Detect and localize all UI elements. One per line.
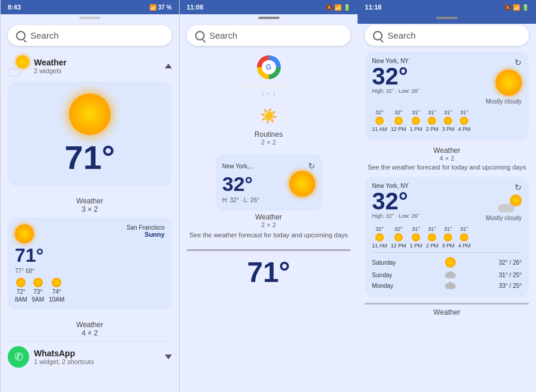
p3-fc-icon-2: [445, 282, 456, 289]
search-placeholder-2: Search: [209, 30, 238, 40]
p3-size-text-1: 4 × 2: [365, 155, 529, 162]
p3-fc-day-2: Monday: [372, 283, 402, 289]
p2-temp-row: 32°: [222, 171, 315, 197]
refresh-icon-p2: ↻: [308, 161, 315, 171]
big-temp-value: 71°: [64, 141, 115, 174]
bh-sun-4: [444, 233, 452, 242]
hour-sun-5: [460, 117, 468, 125]
small-weather-widget: 71° 77° 68° San Francisco Sunny 72° 8AM: [8, 217, 172, 310]
battery-icon-2: 🔋: [343, 4, 350, 11]
refresh-icon-p3-top: ↻: [515, 58, 522, 67]
p3-forecast-section: Saturday 32° / 26° Sunday 31°: [372, 252, 522, 291]
p3-hilo-top: High: 32° · Low: 26°: [372, 88, 419, 94]
chevron-up-icon[interactable]: [165, 64, 172, 68]
pill-handle-1: [79, 17, 101, 19]
google-assistant-label: Google Assistant: [187, 81, 351, 90]
whatsapp-section[interactable]: ✆ WhatsApp 1 widget, 2 shortcuts: [8, 341, 172, 372]
status-icons-3: 🔕 📶 🔋: [504, 4, 529, 11]
p3-widget-label-1: Weather 4 × 2 See the weather forecast f…: [365, 146, 529, 172]
time-2: 11:08: [187, 4, 203, 11]
sw-sun-icon: [15, 224, 34, 243]
search-placeholder-1: Search: [30, 30, 59, 40]
p3-bh-2: 31° 1 PM: [410, 226, 422, 249]
p3-hour-1: 32° 12 PM: [391, 109, 406, 132]
hour-sun-3: [428, 117, 436, 125]
time-3: 11:18: [365, 4, 381, 11]
p2-weather-label: Weather 2 × 2 See the weather forecast f…: [187, 213, 351, 240]
big-weather-content: 71°: [8, 81, 172, 186]
pill-handle-3: [436, 17, 457, 19]
p2-widget-size: 2 × 2: [187, 221, 351, 228]
p3-cloud-sun-icon: [498, 195, 522, 212]
routines-size: 2 × 2: [187, 139, 351, 146]
p3-fc-temps-2: 33° / 25°: [499, 283, 522, 289]
chevron-down-icon[interactable]: [165, 355, 172, 359]
weather-section-info: Weather 2 widgets: [34, 58, 67, 74]
search-bar-1[interactable]: Search: [8, 25, 172, 46]
search-bar-3[interactable]: Search: [365, 25, 529, 46]
p3-hour-2: 31° 1 PM: [410, 109, 422, 132]
pill-handle-2: [258, 17, 280, 19]
routines-label: Routines: [187, 130, 351, 139]
weather-title-row: Weather 2 widgets: [8, 55, 67, 77]
p3-bh-0: 32° 11 AM: [372, 226, 387, 249]
sw-fc-3: 74° 10AM: [49, 278, 64, 303]
routines-section: ☀️ Routines 2 × 2: [187, 104, 351, 146]
fc-icon-3: [52, 278, 61, 287]
weather-section-header[interactable]: Weather 2 widgets: [8, 52, 172, 81]
weather-subtitle: 2 widgets: [34, 67, 67, 74]
sw-fc-2: 73° 9AM: [32, 278, 45, 303]
wa-title: WhatsApp: [34, 349, 94, 358]
signal-icon: 📶: [149, 4, 156, 11]
p3-fc-day-0: Saturday: [372, 259, 402, 266]
p3-hour-5: 31° 4 PM: [458, 109, 471, 132]
p3-hour-4: 31° 3 PM: [442, 109, 454, 132]
p2-widget-header: New York,... ↻: [222, 161, 315, 171]
wa-subtitle: 1 widget, 2 shortcuts: [34, 358, 94, 365]
search-placeholder-3: Search: [387, 30, 416, 40]
sw-temp: 71°: [15, 244, 43, 266]
battery-text: 37: [158, 4, 165, 11]
small-widget-label: Weather 4 × 2: [8, 317, 172, 341]
p3-fc-row-0: Saturday 32° / 26°: [372, 255, 522, 269]
hour-sun-2: [412, 117, 420, 125]
bh-sun-0: [375, 233, 384, 242]
p3-widget-top: New York, NY 32° High: 32° · Low: 26° ↻ …: [365, 52, 529, 140]
bh-sun-5: [460, 233, 468, 242]
p3-bh-4: 31° 3 PM: [442, 226, 454, 249]
search-icon-1: [16, 31, 26, 40]
p3-fc-temps-0: 32° / 26°: [499, 259, 522, 266]
panel-3-content: New York, NY 32° High: 32° · Low: 26° ↻ …: [358, 52, 536, 392]
weather-big-widget: 71°: [8, 81, 172, 186]
bh-sun-1: [394, 233, 403, 242]
p3-bh-3: 31° 2 PM: [426, 226, 438, 249]
p3-label-text-2: Weather: [365, 308, 529, 316]
sw-right-col: San Francisco Sunny: [127, 224, 165, 238]
p2-city: New York,...: [222, 163, 254, 170]
p3-bottom-right: ↻ Mostly cloudy: [485, 183, 522, 221]
p3-hilo-bottom: High: 32° · Low: 26°: [372, 213, 419, 219]
status-icons-2: 🔕 📶 🔋: [325, 4, 350, 11]
p3-condition-top: Mostly cloudy: [485, 98, 522, 105]
p3-hour-0: 32° 11 AM: [372, 109, 387, 132]
big-sun-icon: [69, 93, 111, 135]
sw-top-row: 71° 77° 68° San Francisco Sunny: [15, 224, 165, 274]
search-bar-2[interactable]: Search: [187, 25, 351, 46]
search-icon-3: [373, 31, 383, 40]
routines-icon: ☀️: [257, 104, 281, 128]
sw-fc-1: 72° 8AM: [15, 278, 27, 303]
status-icons-1: 📶 37%: [149, 4, 172, 11]
sw-condition: Sunny: [127, 231, 165, 238]
sun-icon: [16, 55, 29, 68]
signal-icon-3: 📶: [513, 4, 520, 11]
signal-icon-2: 📶: [334, 4, 341, 11]
p3-sun-top: [496, 70, 522, 96]
p3-fc-temps-1: 31° / 25°: [499, 272, 522, 278]
p3-bottom-top-row: New York, NY 32° High: 32° · Low: 26° ↻ …: [372, 183, 522, 221]
p3-widget-label-2: Weather: [365, 303, 529, 316]
p2-bottom-temp: 71°: [187, 249, 351, 288]
fc-icon-2: [33, 278, 43, 287]
p3-fc-icon-1: [445, 271, 456, 278]
p3-fc-row-1: Sunday 31° / 25°: [372, 269, 522, 280]
p3-right-col: ↻ Mostly cloudy: [485, 58, 522, 105]
